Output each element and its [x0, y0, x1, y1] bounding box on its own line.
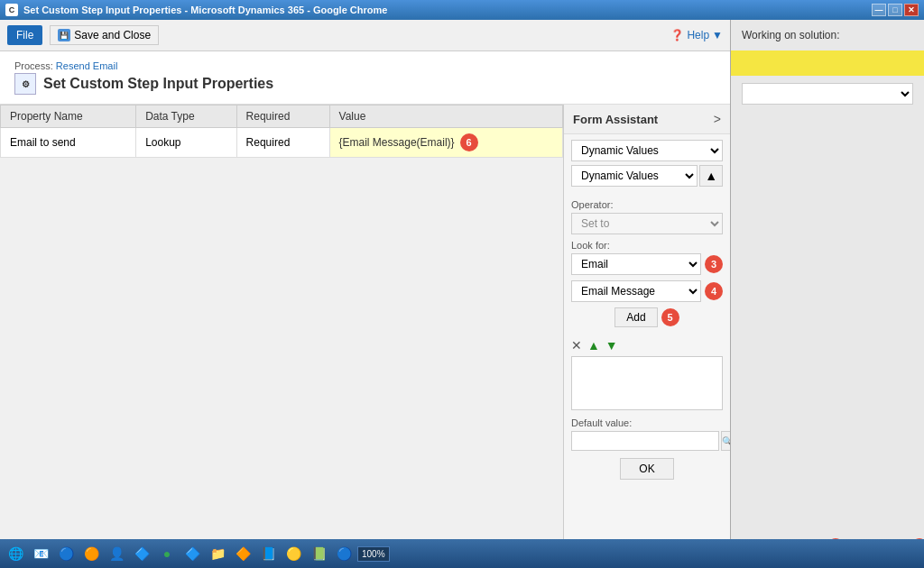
fa-add-row: Add 5 — [571, 307, 723, 327]
cell-property-name: Email to send — [1, 128, 136, 158]
toolbar-left: File 💾 Save and Close — [7, 25, 159, 45]
fa-actions: ✕ ▲ ▼ — [564, 334, 730, 356]
table-row: Email to send Lookup Required {Email Mes… — [1, 128, 563, 158]
window-title: Set Custom Step Input Properties - Micro… — [23, 5, 387, 15]
value-badge-6: 6 — [460, 133, 478, 151]
help-icon: ❓ — [670, 29, 684, 41]
taskbar-icon-4[interactable]: 🟠 — [79, 542, 103, 565]
fa-dropdown1[interactable]: Dynamic Values — [571, 140, 723, 161]
fa-operator-group: Operator: Set to Look for: Email 3 — [564, 192, 730, 334]
content-spacer — [0, 158, 563, 550]
taskbar-icon-9[interactable]: 📁 — [206, 542, 229, 565]
taskbar-icon-8[interactable]: 🔷 — [180, 542, 204, 565]
fa-lookfor-row: Email 3 — [571, 253, 723, 275]
fa-dropdown2[interactable]: Dynamic Values — [571, 165, 698, 187]
fa-collapse-btn[interactable]: ▲ — [699, 165, 723, 187]
process-link[interactable]: Resend Email — [56, 60, 117, 71]
taskbar-ie-icon[interactable]: 🌐 — [4, 542, 27, 565]
value-text: {Email Message(Email)} — [339, 136, 455, 149]
taskbar-icon-10[interactable]: 🔶 — [231, 542, 254, 565]
col-required: Required — [236, 105, 329, 128]
fa-operator-select[interactable]: Set to — [571, 213, 723, 234]
col-property-name: Property Name — [1, 105, 136, 128]
save-close-button[interactable]: 💾 Save and Close — [50, 25, 159, 45]
process-label: Process: Resend Email — [14, 60, 716, 71]
col-value: Value — [329, 105, 562, 128]
close-button[interactable]: ✕ — [904, 4, 919, 16]
app-icon: C — [5, 4, 18, 16]
fa-lookfor-select[interactable]: Email — [571, 253, 701, 275]
dialog-header: Process: Resend Email ⚙ Set Custom Step … — [0, 51, 730, 105]
col-data-type: Data Type — [136, 105, 236, 128]
taskbar-icon-12[interactable]: 🟡 — [282, 542, 305, 565]
dialog-panel: File 💾 Save and Close ❓ Help ▼ Process: … — [0, 20, 731, 568]
fa-lookfor-label: Look for: — [571, 240, 723, 251]
help-button[interactable]: ❓ Help ▼ — [670, 29, 723, 41]
fa-title: Form Assistant — [573, 113, 658, 126]
cell-data-type: Lookup — [136, 128, 236, 158]
dialog-title: ⚙ Set Custom Step Input Properties — [14, 73, 716, 95]
fa-default-input[interactable] — [571, 431, 719, 451]
main-container: File 💾 Save and Close ❓ Help ▼ Process: … — [0, 20, 924, 568]
fa-delete-button[interactable]: ✕ — [571, 338, 582, 353]
fa-text-area[interactable] — [571, 356, 723, 410]
window-controls[interactable]: — □ ✕ — [872, 4, 919, 16]
minimize-button[interactable]: — — [872, 4, 886, 16]
form-assistant-panel: Form Assistant > Dynamic Values Dynamic … — [563, 105, 730, 568]
maximize-button[interactable]: □ — [888, 4, 902, 16]
lookfor-badge: 3 — [705, 255, 723, 273]
rp-spacer — [731, 112, 924, 544]
taskbar-chrome-icon[interactable]: ● — [155, 542, 179, 565]
fa-default-label: Default value: — [564, 417, 730, 431]
taskbar-icon-14[interactable]: 🔵 — [332, 542, 356, 565]
taskbar-icon-11[interactable]: 📘 — [256, 542, 280, 565]
fa-down-button[interactable]: ▼ — [605, 338, 618, 353]
zoom-badge: 100% — [357, 546, 390, 562]
fa-add-button[interactable]: Add — [614, 307, 657, 327]
fa-expand-icon[interactable]: > — [714, 112, 721, 126]
rp-working-label: Working on solution: — [731, 20, 924, 50]
taskbar-icon-5[interactable]: 👤 — [105, 542, 128, 565]
value-with-badge: {Email Message(Email)} 6 — [339, 133, 553, 151]
taskbar-icon-6[interactable]: 🔷 — [130, 542, 153, 565]
taskbar-excel-icon[interactable]: 📗 — [307, 542, 330, 565]
fa-dropdown1-wrapper: Dynamic Values — [571, 140, 723, 161]
dialog-icon: ⚙ — [14, 73, 36, 95]
properties-table: Property Name Data Type Required Value E… — [0, 105, 563, 158]
taskbar-outlook-icon[interactable]: 📧 — [29, 542, 52, 565]
dialog-content: Property Name Data Type Required Value E… — [0, 105, 730, 568]
fa-ok-button[interactable]: OK — [620, 458, 673, 480]
file-button[interactable]: File — [7, 25, 42, 45]
taskbar: 🌐 📧 🔵 🟠 👤 🔷 ● 🔷 📁 🔶 📘 🟡 📗 🔵 100% — [0, 539, 924, 568]
fa-dropdown2-wrapper: Dynamic Values ▲ — [571, 165, 723, 187]
title-bar: C Set Custom Step Input Properties - Mic… — [0, 0, 924, 20]
right-panel: Working on solution: 1 ResendPendingEmai… — [731, 20, 924, 568]
fa-up-button[interactable]: ▲ — [587, 338, 600, 353]
cell-value[interactable]: {Email Message(Email)} 6 — [329, 128, 562, 158]
rp-yellow-bar — [731, 50, 924, 76]
fa-default-input-row: 🔍 — [571, 431, 723, 451]
subselect-badge: 4 — [705, 282, 723, 300]
cell-required: Required — [236, 128, 329, 158]
save-icon: 💾 — [58, 29, 70, 41]
fa-header: Form Assistant > — [564, 105, 730, 134]
fa-subselect-row: Email Message 4 — [571, 280, 723, 302]
properties-area: Property Name Data Type Required Value E… — [0, 105, 563, 568]
rp-solution-select[interactable] — [742, 83, 913, 105]
add-badge: 5 — [661, 308, 679, 326]
fa-subselect[interactable]: Email Message — [571, 280, 701, 302]
toolbar: File 💾 Save and Close ❓ Help ▼ — [0, 20, 730, 51]
fa-lookup-button[interactable]: 🔍 — [721, 431, 730, 451]
rp-dropdown-row — [731, 83, 924, 112]
fa-operator-label: Operator: — [571, 199, 723, 210]
taskbar-icon-3[interactable]: 🔵 — [54, 542, 78, 565]
